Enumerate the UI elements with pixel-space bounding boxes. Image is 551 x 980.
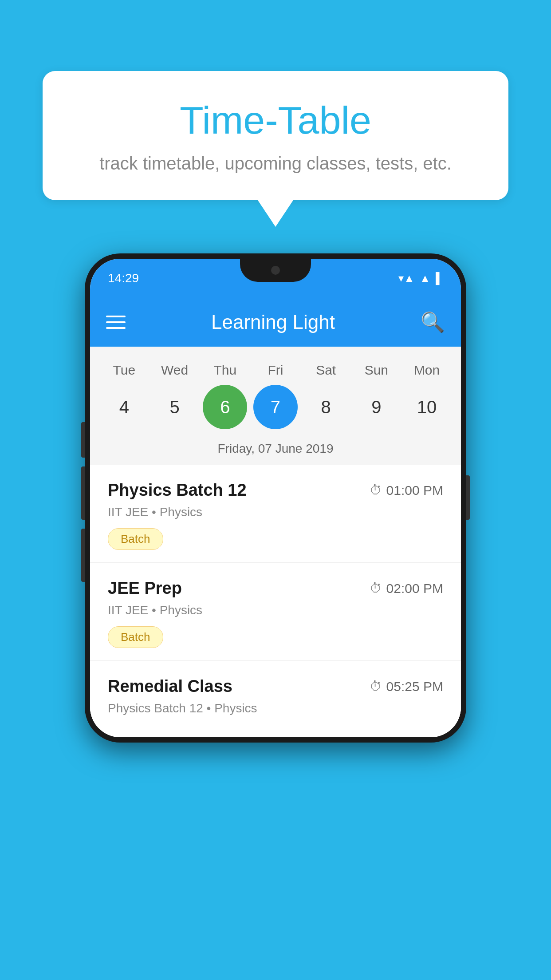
menu-line-2 xyxy=(106,321,126,323)
schedule-list: Physics Batch 12 ⏱ 01:00 PM IIT JEE • Ph… xyxy=(90,465,461,737)
day-wed: Wed xyxy=(153,363,197,378)
clock-icon-1: ⏱ xyxy=(370,483,382,498)
app-bar: Learning Light 🔍 xyxy=(90,298,461,347)
schedule-time-value-3: 05:25 PM xyxy=(386,679,443,694)
app-title: Learning Light xyxy=(211,311,335,333)
volume-down-button xyxy=(81,466,85,520)
signal-icon: ▲ xyxy=(420,272,430,285)
schedule-subtitle-1: IIT JEE • Physics xyxy=(108,505,443,519)
schedule-item-3[interactable]: Remedial Class ⏱ 05:25 PM Physics Batch … xyxy=(90,661,461,737)
speech-bubble-tail xyxy=(258,200,293,227)
schedule-item-2-header: JEE Prep ⏱ 02:00 PM xyxy=(108,579,443,598)
day-mon: Mon xyxy=(405,363,449,378)
day-sat: Sat xyxy=(304,363,348,378)
schedule-time-value-1: 01:00 PM xyxy=(386,483,443,498)
date-7-selected[interactable]: 7 xyxy=(253,385,298,429)
phone-frame: 14:29 ▾▲ ▲ ▌ Learning Light 🔍 xyxy=(85,253,466,743)
speech-bubble: Time-Table track timetable, upcoming cla… xyxy=(43,71,508,200)
status-bar: 14:29 ▾▲ ▲ ▌ xyxy=(90,259,461,298)
schedule-item-1-header: Physics Batch 12 ⏱ 01:00 PM xyxy=(108,481,443,500)
camera xyxy=(271,266,280,275)
status-time: 14:29 xyxy=(108,271,139,285)
date-5[interactable]: 5 xyxy=(153,385,197,429)
bubble-subtitle: track timetable, upcoming classes, tests… xyxy=(78,154,473,174)
schedule-item-1[interactable]: Physics Batch 12 ⏱ 01:00 PM IIT JEE • Ph… xyxy=(90,465,461,563)
schedule-title-1: Physics Batch 12 xyxy=(108,481,247,500)
schedule-time-2: ⏱ 02:00 PM xyxy=(370,581,443,596)
schedule-title-3: Remedial Class xyxy=(108,677,232,696)
status-icons: ▾▲ ▲ ▌ xyxy=(398,272,443,285)
schedule-subtitle-3: Physics Batch 12 • Physics xyxy=(108,701,443,715)
schedule-time-value-2: 02:00 PM xyxy=(386,581,443,596)
menu-button[interactable] xyxy=(106,316,126,329)
schedule-title-2: JEE Prep xyxy=(108,579,182,598)
days-numbers: 4 5 6 7 8 9 10 xyxy=(90,381,461,438)
day-fri: Fri xyxy=(253,363,298,378)
battery-icon: ▌ xyxy=(436,272,443,285)
date-8[interactable]: 8 xyxy=(304,385,348,429)
batch-badge-2: Batch xyxy=(108,626,163,648)
schedule-subtitle-2: IIT JEE • Physics xyxy=(108,603,443,617)
day-sun: Sun xyxy=(354,363,398,378)
days-header: Tue Wed Thu Fri Sat Sun Mon xyxy=(90,356,461,381)
date-10[interactable]: 10 xyxy=(405,385,449,429)
day-thu: Thu xyxy=(203,363,247,378)
menu-line-1 xyxy=(106,316,126,317)
calendar-section: Tue Wed Thu Fri Sat Sun Mon 4 5 6 7 8 9 … xyxy=(90,347,461,465)
menu-line-3 xyxy=(106,327,126,329)
notch xyxy=(240,259,311,282)
schedule-time-1: ⏱ 01:00 PM xyxy=(370,483,443,498)
batch-badge-1: Batch xyxy=(108,528,163,550)
day-tue: Tue xyxy=(102,363,146,378)
wifi-icon: ▾▲ xyxy=(398,272,414,285)
schedule-time-3: ⏱ 05:25 PM xyxy=(370,679,443,694)
schedule-item-3-header: Remedial Class ⏱ 05:25 PM xyxy=(108,677,443,696)
selected-date-label: Friday, 07 June 2019 xyxy=(90,438,461,465)
date-4[interactable]: 4 xyxy=(102,385,146,429)
clock-icon-3: ⏱ xyxy=(370,679,382,694)
bubble-title: Time-Table xyxy=(78,98,473,143)
date-6-today[interactable]: 6 xyxy=(203,385,247,429)
date-9[interactable]: 9 xyxy=(354,385,398,429)
clock-icon-2: ⏱ xyxy=(370,581,382,596)
side-button-3 xyxy=(81,529,85,582)
speech-bubble-container: Time-Table track timetable, upcoming cla… xyxy=(43,71,508,227)
power-button xyxy=(466,475,470,520)
search-button[interactable]: 🔍 xyxy=(421,311,445,334)
phone-screen: 14:29 ▾▲ ▲ ▌ Learning Light 🔍 xyxy=(90,259,461,737)
volume-up-button xyxy=(81,422,85,458)
phone-container: 14:29 ▾▲ ▲ ▌ Learning Light 🔍 xyxy=(58,253,493,743)
schedule-item-2[interactable]: JEE Prep ⏱ 02:00 PM IIT JEE • Physics Ba… xyxy=(90,563,461,661)
